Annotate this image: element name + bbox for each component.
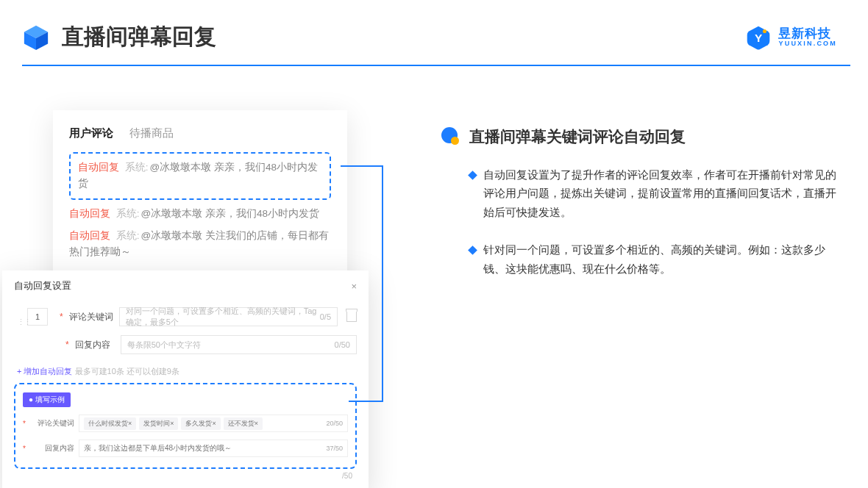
keyword-input[interactable]: 对同一个问题，可设置多个相近、高频的关键词，Tag确定，最多5个0/5 bbox=[119, 307, 338, 326]
page-title: 直播间弹幕回复 bbox=[62, 22, 216, 52]
drag-handle-icon[interactable]: ⋮⋮ bbox=[17, 317, 30, 327]
example-reply-text: 亲，我们这边都是下单后48小时内发货的哦～ 37/50 bbox=[79, 439, 348, 457]
modal-title: 自动回复设置 bbox=[14, 279, 71, 293]
right-content: 直播间弹幕关键词评论自动回复 自动回复设置为了提升作者的评论回复效率，作者可在开… bbox=[441, 126, 839, 298]
bullet-item: 自动回复设置为了提升作者的评论回复效率，作者可在开播前针对常见的评论用户问题，提… bbox=[441, 166, 839, 222]
highlighted-reply: 自动回复 系统:@冰墩墩本墩 亲亲，我们48小时内发货 bbox=[69, 152, 331, 200]
example-keyword-row: *评论关键词 什么时候发货× 发货时间× 多久发货× 还不发货× 20/50 bbox=[23, 415, 348, 432]
auto-reply-settings-modal: 自动回复设置 × ⋮⋮ 1 * 评论关键词 对同一个问题，可设置多个相近、高频的… bbox=[2, 270, 369, 488]
connector bbox=[349, 401, 383, 402]
bullet-item: 针对同一个问题，可设置多个相近的、高频的关键词。例如：这款多少钱、这块能优惠吗、… bbox=[441, 241, 839, 279]
comment-tabs: 用户评论 待播商品 bbox=[69, 126, 331, 140]
tab-user-comments[interactable]: 用户评论 bbox=[69, 126, 113, 140]
tab-pending-products[interactable]: 待播商品 bbox=[129, 126, 174, 140]
outer-count: /50 bbox=[14, 472, 357, 480]
close-icon[interactable]: × bbox=[351, 281, 357, 292]
add-auto-reply-link: + 增加自动回复 最多可建10条 还可以创建9条 bbox=[17, 366, 357, 377]
modal-header: 自动回复设置 × bbox=[14, 279, 357, 298]
diamond-icon bbox=[468, 245, 477, 255]
add-hint: 最多可建10条 还可以创建9条 bbox=[75, 367, 179, 376]
keyword-chip[interactable]: 还不发货× bbox=[224, 417, 263, 430]
trash-icon[interactable] bbox=[346, 312, 357, 322]
comment-row: 自动回复 系统:@冰墩墩本墩 关注我们的店铺，每日都有热门推荐呦～ bbox=[69, 228, 331, 261]
title-block: 直播间弹幕回复 bbox=[22, 22, 216, 52]
connector bbox=[341, 165, 383, 167]
brand-cn: 昱新科技 bbox=[778, 27, 837, 40]
page-header: 直播间弹幕回复 Y 昱新科技 YUUXIN.COM bbox=[0, 0, 868, 52]
cube-icon bbox=[22, 24, 50, 51]
brand-text: 昱新科技 YUUXIN.COM bbox=[778, 27, 837, 47]
diamond-icon bbox=[468, 171, 477, 180]
brand-mark-icon: Y bbox=[746, 25, 771, 50]
add-link[interactable]: + 增加自动回复 bbox=[17, 367, 72, 376]
keyword-chip[interactable]: 发货时间× bbox=[139, 417, 178, 430]
comments-panel: 用户评论 待播商品 自动回复 系统:@冰墩墩本墩 亲亲，我们48小时内发货 自动… bbox=[53, 110, 347, 306]
keyword-label: 评论关键词 bbox=[69, 311, 113, 323]
keyword-chip[interactable]: 多久发货× bbox=[181, 417, 220, 430]
comment-row: 自动回复 系统:@冰墩墩本墩 亲亲，我们48小时内发货 bbox=[78, 159, 322, 193]
brand-logo: Y 昱新科技 YUUXIN.COM bbox=[746, 25, 837, 50]
section-heading: 直播间弹幕关键词评论自动回复 bbox=[469, 126, 686, 147]
example-badge: ● 填写示例 bbox=[23, 392, 71, 407]
svg-point-4 bbox=[763, 29, 766, 32]
header-divider bbox=[22, 65, 850, 66]
bubble-icon bbox=[441, 127, 460, 146]
section-title: 直播间弹幕关键词评论自动回复 bbox=[441, 126, 839, 147]
example-reply-row: *回复内容 亲，我们这边都是下单后48小时内发货的哦～ 37/50 bbox=[23, 439, 348, 457]
row-number: 1 bbox=[27, 308, 48, 326]
keyword-row: ⋮⋮ 1 * 评论关键词 对同一个问题，可设置多个相近、高频的关键词，Tag确定… bbox=[14, 307, 357, 326]
example-keyword-chips: 什么时候发货× 发货时间× 多久发货× 还不发货× 20/50 bbox=[79, 415, 348, 432]
svg-text:Y: Y bbox=[755, 31, 762, 43]
example-highlight: ● 填写示例 *评论关键词 什么时候发货× 发货时间× 多久发货× 还不发货× … bbox=[14, 383, 357, 469]
brand-en: YUUXIN.COM bbox=[778, 40, 837, 47]
reply-row: * 回复内容 每条限50个中文字符0/50 bbox=[14, 335, 357, 354]
left-illustration: 用户评论 待播商品 自动回复 系统:@冰墩墩本墩 亲亲，我们48小时内发货 自动… bbox=[53, 110, 347, 306]
reply-input[interactable]: 每条限50个中文字符0/50 bbox=[121, 335, 357, 354]
comment-row: 自动回复 系统:@冰墩墩本墩 亲亲，我们48小时内发货 bbox=[69, 206, 331, 222]
connector bbox=[382, 165, 383, 401]
reply-label: 回复内容 bbox=[75, 339, 115, 351]
keyword-chip[interactable]: 什么时候发货× bbox=[84, 417, 136, 430]
